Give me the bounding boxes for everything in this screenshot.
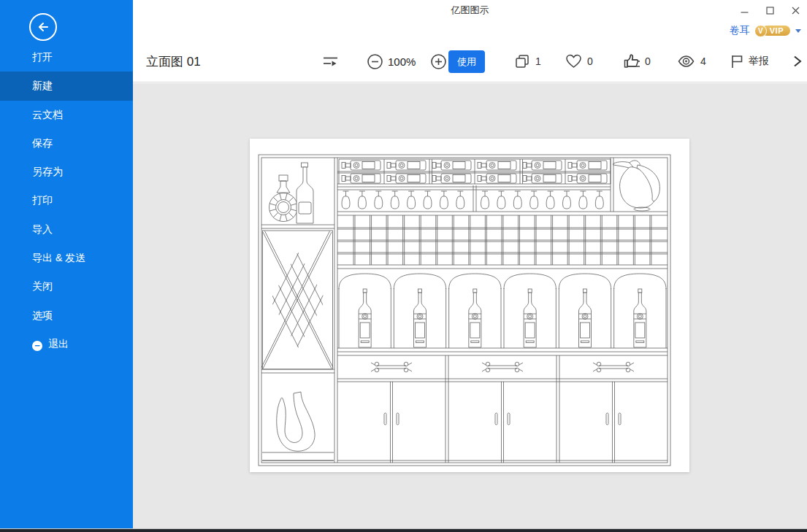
user-row: 卷耳 V VIP xyxy=(133,20,807,41)
exit-icon: − xyxy=(32,341,42,351)
vip-circle-icon: V xyxy=(754,25,767,37)
sidebar-item-label: 另存为 xyxy=(32,166,63,177)
sidebar-item-1[interactable]: 打开 xyxy=(0,43,133,72)
window-controls xyxy=(741,0,800,20)
sidebar-item-label: 关闭 xyxy=(32,280,53,292)
outline-panel-button[interactable] xyxy=(322,41,340,82)
heart-icon xyxy=(565,53,582,69)
sidebar-item-label: 新建 xyxy=(32,80,53,91)
favorite-count[interactable]: 0 xyxy=(565,41,593,82)
sidebar-item-9[interactable]: 关闭 xyxy=(0,272,133,301)
eye-icon xyxy=(677,53,695,69)
sidebar-item-2[interactable]: 新建 xyxy=(0,72,133,100)
like-count[interactable]: 0 xyxy=(623,41,651,82)
next-page-button[interactable] xyxy=(792,41,803,82)
username-link[interactable]: 卷耳 xyxy=(730,24,750,37)
close-button[interactable] xyxy=(792,7,800,15)
sidebar-item-5[interactable]: 另存为 xyxy=(0,158,133,186)
wine-cabinet-elevation-drawing[interactable] xyxy=(250,139,689,472)
pages-icon xyxy=(514,53,530,69)
sidebar-item-label: 导入 xyxy=(32,223,53,235)
sidebar-item-label: 云文档 xyxy=(32,109,63,120)
vip-badge[interactable]: V VIP xyxy=(754,25,790,37)
document-title: 立面图 01 xyxy=(146,53,201,70)
app-window: 打开新建云文档保存另存为打印导入导出 & 发送关闭选项−退出 亿图图示 卷耳 V… xyxy=(0,0,807,532)
zoom-out-icon xyxy=(367,53,383,70)
report-button[interactable]: 举报 xyxy=(730,41,769,82)
sidebar-item-label: 保存 xyxy=(32,137,53,149)
sidebar-item-11[interactable]: −退出 xyxy=(0,330,133,358)
chevron-right-icon xyxy=(792,53,803,69)
minimize-button[interactable] xyxy=(741,7,749,15)
toolbar: 立面图 01 100% xyxy=(133,41,807,82)
sidebar-item-3[interactable]: 云文档 xyxy=(0,101,133,129)
outline-icon xyxy=(322,53,340,69)
page-count: 1 xyxy=(514,41,541,82)
sidebar: 打开新建云文档保存另存为打印导入导出 & 发送关闭选项−退出 xyxy=(0,0,133,528)
zoom-out-button[interactable] xyxy=(367,41,383,82)
sidebar-item-6[interactable]: 打印 xyxy=(0,186,133,215)
back-arrow-icon xyxy=(35,19,51,35)
view-count: 4 xyxy=(677,41,706,82)
sidebar-item-8[interactable]: 导出 & 发送 xyxy=(0,244,133,272)
sidebar-item-label: 选项 xyxy=(32,309,53,321)
maximize-button[interactable] xyxy=(766,7,774,15)
use-button[interactable]: 使用 xyxy=(448,50,485,73)
taskbar-sliver xyxy=(0,528,807,532)
sidebar-item-7[interactable]: 导入 xyxy=(0,215,133,244)
sidebar-item-label: 导出 & 发送 xyxy=(32,252,85,263)
sidebar-menu: 打开新建云文档保存另存为打印导入导出 & 发送关闭选项−退出 xyxy=(0,43,133,358)
sidebar-item-label: 退出 xyxy=(48,338,69,350)
zoom-level: 100% xyxy=(388,41,416,82)
zoom-in-icon xyxy=(430,53,447,70)
drawing-canvas-area[interactable] xyxy=(133,83,807,528)
back-button[interactable] xyxy=(29,13,57,41)
flag-icon xyxy=(730,53,744,69)
sidebar-item-label: 打开 xyxy=(32,51,53,63)
titlebar: 亿图图示 xyxy=(133,0,807,20)
sidebar-item-10[interactable]: 选项 xyxy=(0,301,133,330)
thumbs-up-icon xyxy=(623,53,640,69)
account-dropdown-caret[interactable] xyxy=(795,29,801,33)
window-title: 亿图图示 xyxy=(133,0,807,20)
zoom-in-button[interactable] xyxy=(430,41,447,82)
document-page[interactable] xyxy=(250,139,689,472)
sidebar-item-label: 打印 xyxy=(32,194,53,206)
sidebar-item-4[interactable]: 保存 xyxy=(0,129,133,158)
